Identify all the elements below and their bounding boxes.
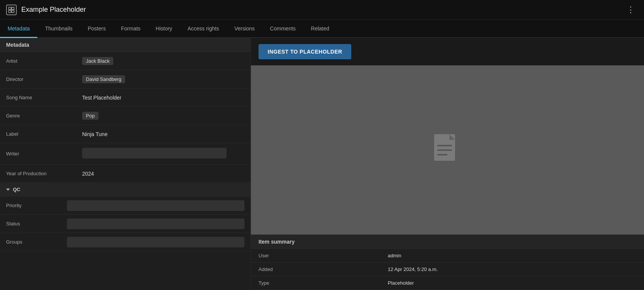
meta-tag-director: David Sandberg (82, 75, 125, 83)
qc-label-groups: Groups (0, 235, 61, 249)
meta-value-writer[interactable] (76, 143, 251, 164)
tab-versions[interactable]: Versions (227, 20, 262, 38)
summary-table: UseradminAdded12 Apr 2024, 5:20 a.m.Type… (251, 249, 644, 290)
tab-formats[interactable]: Formats (113, 20, 148, 38)
qc-row-priority: Priority (0, 197, 251, 215)
meta-label-label: Label (0, 127, 76, 141)
tab-comments[interactable]: Comments (262, 20, 303, 38)
tab-thumbnails[interactable]: Thumbnails (37, 20, 80, 38)
qc-label: QC (13, 187, 21, 192)
qc-section: QC PriorityStatusGroups (0, 183, 251, 251)
meta-value-director: David Sandberg (76, 71, 251, 88)
qc-label-priority: Priority (0, 198, 61, 213)
meta-row-year-of-production: Year of Production2024 (0, 165, 251, 183)
meta-label-genre: Genre (0, 108, 76, 123)
summary-value: Placeholder (380, 276, 644, 290)
document-icon (432, 132, 463, 168)
meta-row-genre: GenrePop (0, 107, 251, 125)
chevron-down-icon (6, 189, 10, 191)
meta-label-writer: Writer (0, 146, 76, 161)
svg-rect-1 (12, 7, 14, 10)
preview-area (251, 65, 644, 235)
tab-history[interactable]: History (148, 20, 180, 38)
qc-input-status[interactable] (67, 219, 244, 229)
meta-label-year-of-production: Year of Production (0, 166, 76, 181)
svg-rect-0 (9, 7, 11, 10)
meta-value-year-of-production: 2024 (76, 166, 251, 181)
summary-key: User (251, 249, 380, 262)
more-options-button[interactable]: ⋮ (623, 3, 638, 16)
meta-value-artist: Jack Black (76, 52, 251, 70)
qc-input-priority[interactable] (67, 200, 244, 211)
qc-value-status[interactable] (61, 216, 251, 232)
right-panel: INGEST TO PLACEHOLDER Item summary Usera… (251, 38, 644, 290)
tabs-bar: MetadataThumbnailsPostersFormatsHistoryA… (0, 20, 644, 38)
meta-row-writer: Writer (0, 143, 251, 165)
ingest-button[interactable]: INGEST TO PLACEHOLDER (259, 44, 351, 59)
summary-key: Type (251, 276, 380, 290)
meta-label-director: Director (0, 72, 76, 87)
tab-metadata[interactable]: Metadata (0, 20, 37, 38)
meta-tag-artist: Jack Black (82, 57, 113, 65)
top-bar: Example Placeholder ⋮ (0, 0, 644, 20)
summary-value: 12 Apr 2024, 5:20 a.m. (380, 263, 644, 276)
meta-row-label: LabelNinja Tune (0, 125, 251, 143)
ingest-bar: INGEST TO PLACEHOLDER (251, 38, 644, 65)
meta-value-genre: Pop (76, 107, 251, 124)
meta-row-artist: ArtistJack Black (0, 52, 251, 70)
meta-label-artist: Artist (0, 54, 76, 68)
qc-value-priority[interactable] (61, 197, 251, 214)
summary-value: admin (380, 249, 644, 262)
metadata-panel-header: Metadata (0, 38, 251, 52)
qc-header[interactable]: QC (0, 183, 251, 197)
meta-input-writer[interactable] (82, 148, 227, 158)
meta-value-label: Ninja Tune (76, 127, 251, 142)
item-summary-header: Item summary (251, 235, 644, 249)
tab-access-rights[interactable]: Access rights (180, 20, 227, 38)
meta-row-director: DirectorDavid Sandberg (0, 70, 251, 89)
meta-value-song-name: Test Placeholder (76, 90, 251, 105)
meta-tag-genre: Pop (82, 112, 98, 120)
item-summary: Item summary UseradminAdded12 Apr 2024, … (251, 235, 644, 290)
app-icon (6, 5, 17, 15)
summary-row: Added12 Apr 2024, 5:20 a.m. (251, 263, 644, 276)
page-title: Example Placeholder (21, 6, 623, 14)
qc-row-status: Status (0, 215, 251, 233)
svg-rect-3 (12, 10, 14, 13)
qc-input-groups[interactable] (67, 237, 244, 247)
left-panel: Metadata ArtistJack BlackDirectorDavid S… (0, 38, 251, 290)
summary-row: TypePlaceholder (251, 276, 644, 290)
tab-posters[interactable]: Posters (80, 20, 113, 38)
svg-rect-2 (9, 10, 11, 13)
meta-label-song-name: Song Name (0, 90, 76, 105)
qc-value-groups[interactable] (61, 234, 251, 250)
meta-row-song-name: Song NameTest Placeholder (0, 89, 251, 107)
main-layout: Metadata ArtistJack BlackDirectorDavid S… (0, 38, 644, 290)
summary-key: Added (251, 263, 380, 276)
summary-row: Useradmin (251, 249, 644, 263)
tab-related[interactable]: Related (303, 20, 337, 38)
qc-row-groups: Groups (0, 233, 251, 251)
qc-label-status: Status (0, 216, 61, 231)
